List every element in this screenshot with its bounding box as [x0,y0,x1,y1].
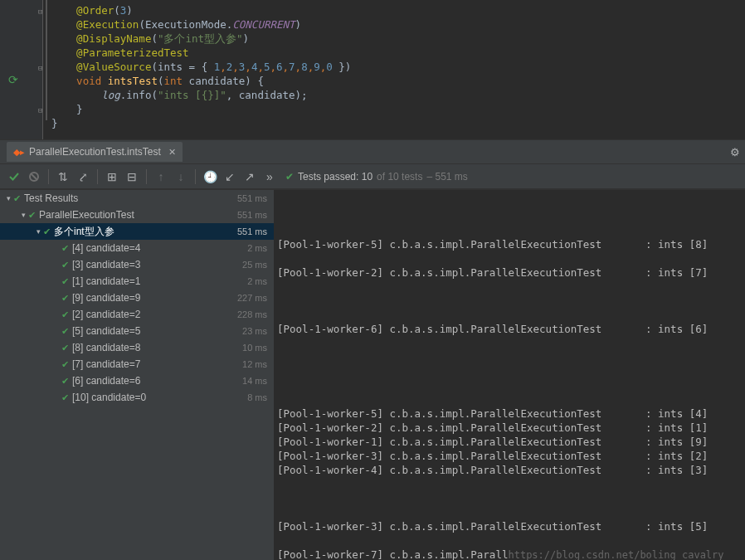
console-line [277,364,742,378]
console-line [277,350,742,364]
tree-label: Test Results [24,192,78,204]
check-icon: ✔ [61,309,69,320]
show-passed-button[interactable] [5,168,23,186]
check-icon: ✔ [61,293,69,304]
fold-icon[interactable]: ⊟ [38,5,42,19]
separator [146,169,147,184]
show-ignored-button[interactable] [25,168,43,186]
tree-label: 多个int型入参 [54,225,114,239]
tree-item[interactable]: ✔[3] candidate=325 ms [0,256,274,273]
history-button[interactable]: 🕘 [201,168,219,186]
run-tab-label: ParallelExecutionTest.intsTest [29,146,161,158]
code-line[interactable]: log.info("ints [{}]", candidate); [51,88,745,102]
console-line: [Pool-1-worker-1] c.b.a.s.impl.ParallelE… [277,435,742,449]
run-tab[interactable]: ◆▸ ParallelExecutionTest.intsTest ✕ [7,142,183,162]
tree-label: [6] candidate=6 [72,375,140,387]
gutter: ⟳ ⊟ ⊟ ⊟ [0,0,43,139]
duration: 25 ms [242,260,267,270]
console-line [277,491,742,505]
test-tree[interactable]: ▾ ✔ Test Results 551 ms ▾ ✔ ParallelExec… [0,190,274,560]
code-line[interactable]: } [51,102,745,116]
tree-item[interactable]: ✔[5] candidate=523 ms [0,323,274,339]
check-icon: ✔ [61,276,69,287]
fold-icon[interactable]: ⊟ [38,104,42,118]
console-line [277,533,742,548]
code-line[interactable]: @Execution(ExecutionMode.CONCURRENT) [51,17,745,32]
console-line [277,477,742,491]
svg-line-1 [31,173,37,180]
separator [195,169,196,184]
test-toolbar: ⇅ ⤤ ⊞ ⊟ ↑ ↓ 🕘 ↙ ↗ » ✔ Tests passed: 10 o… [0,164,745,189]
console-line: [Pool-1-worker-6] c.b.a.s.impl.ParallelE… [277,322,742,336]
code-line[interactable]: @DisplayName("多个int型入参") [51,32,745,46]
code-editor[interactable]: ⟳ ⊟ ⊟ ⊟ @Order(3) @Execution(ExecutionMo… [0,0,745,139]
tree-item[interactable]: ✔[1] candidate=12 ms [0,273,274,290]
separator [97,169,98,184]
code-line[interactable]: @ParameterizedTest [51,46,745,60]
next-button[interactable]: ↓ [172,168,190,186]
code-line[interactable]: @Order(3) [51,3,745,17]
tree-label: [3] candidate=3 [72,259,140,270]
gear-icon[interactable]: ⚙ [730,146,740,158]
tree-item[interactable]: ✔[6] candidate=614 ms [0,373,274,389]
fold-icon[interactable]: ⊟ [38,61,42,75]
console-line: [Pool-1-worker-5] c.b.a.s.impl.ParallelE… [277,237,742,251]
check-icon: ✔ [61,326,69,337]
duration: 227 ms [237,293,267,303]
chevron-down-icon[interactable]: ▾ [18,211,28,219]
tree-class[interactable]: ▾ ✔ ParallelExecutionTest 551 ms [0,207,274,223]
prev-button[interactable]: ↑ [152,168,170,186]
tree-item[interactable]: ✔[2] candidate=2228 ms [0,306,274,323]
tree-label: ParallelExecutionTest [39,209,134,221]
check-icon: ✔ [61,376,69,387]
duration: 2 ms [247,276,267,286]
tree-group[interactable]: ▾ ✔ 多个int型入参 551 ms [0,223,274,240]
check-icon: ✔ [61,343,69,353]
tree-label: [9] candidate=9 [72,292,140,304]
tree-item[interactable]: ✔[8] candidate=810 ms [0,339,274,356]
duration: 2 ms [247,243,267,253]
duration: 23 ms [242,326,267,336]
check-icon: ✔ [61,359,69,370]
console-line: [Pool-1-worker-5] c.b.a.s.impl.ParallelE… [277,407,742,421]
code-line[interactable]: @ValueSource(ints = { 1,2,3,4,5,6,7,8,9,… [51,60,745,74]
check-icon: ✔ [285,171,294,183]
watermark: https://blog.csdn.net/boling_cavalry [508,549,723,560]
tree-item[interactable]: ✔[9] candidate=9227 ms [0,290,274,306]
tree-item[interactable]: ✔[7] candidate=712 ms [0,356,274,373]
console-output[interactable]: [Pool-1-worker-5] c.b.a.s.impl.ParallelE… [274,190,745,560]
duration: 12 ms [242,359,267,369]
tree-label: [2] candidate=2 [72,309,140,320]
sort-button[interactable]: ⇅ [54,168,72,186]
check-icon: ✔ [28,210,36,221]
test-status: ✔ Tests passed: 10 of 10 tests – 551 ms [285,171,468,183]
chevron-down-icon[interactable]: ▾ [33,227,43,236]
export-button[interactable]: ↗ [241,168,259,186]
check-icon: ✔ [13,193,21,204]
console-line [277,251,742,265]
console-line [277,336,742,350]
close-icon[interactable]: ✕ [168,147,176,158]
tree-root[interactable]: ▾ ✔ Test Results 551 ms [0,190,274,207]
check-icon: ✔ [61,243,69,254]
tree-item[interactable]: ✔[4] candidate=42 ms [0,240,274,256]
chevron-down-icon[interactable]: ▾ [3,194,13,202]
check-icon: ✔ [61,260,69,270]
code-line[interactable]: void intsTest(int candidate) { [51,74,745,88]
console-line: [Pool-1-worker-3] c.b.a.s.impl.ParallelE… [277,449,742,463]
import-button[interactable]: ↙ [221,168,239,186]
sort-alpha-button[interactable]: ⤤ [74,168,92,186]
duration: 551 ms [237,226,267,236]
more-button[interactable]: » [261,168,279,186]
run-gutter-icon[interactable]: ⟳ [8,73,18,87]
collapse-button[interactable]: ⊟ [123,168,141,186]
expand-button[interactable]: ⊞ [103,168,121,186]
code-line[interactable]: } [51,116,745,130]
duration: 10 ms [242,343,267,353]
tree-item[interactable]: ✔[10] candidate=08 ms [0,389,274,406]
change-marker [46,0,47,120]
tree-label: [8] candidate=8 [72,342,140,353]
tree-label: [7] candidate=7 [72,358,140,370]
duration: 551 ms [237,193,267,203]
tree-label: [10] candidate=0 [72,392,146,403]
